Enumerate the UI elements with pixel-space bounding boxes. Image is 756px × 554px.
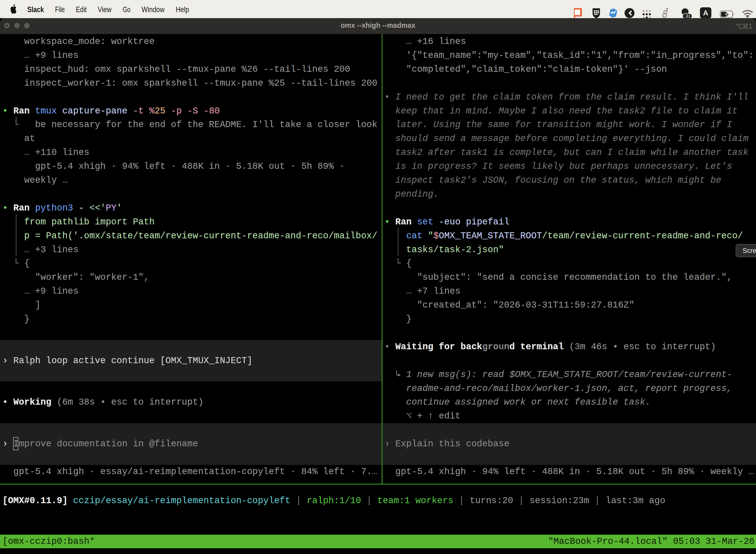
- svg-text:A: A: [703, 9, 708, 17]
- svg-text:..61: ..61: [684, 14, 691, 18]
